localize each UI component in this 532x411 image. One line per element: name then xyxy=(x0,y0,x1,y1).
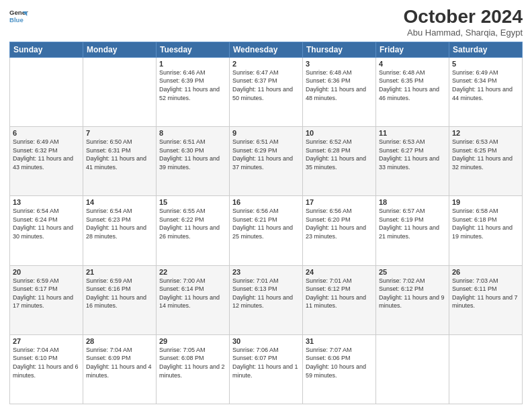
day-number: 19 xyxy=(452,198,519,206)
table-row: 30 Sunrise: 7:06 AMSunset: 6:07 PMDaylig… xyxy=(230,334,303,404)
col-saturday: Saturday xyxy=(449,42,523,57)
table-row: 21 Sunrise: 6:59 AMSunset: 6:16 PMDaylig… xyxy=(83,265,157,334)
title-block: October 2024 Abu Hammad, Sharqia, Egypt xyxy=(404,7,523,38)
page: General Blue October 2024 Abu Hammad, Sh… xyxy=(0,0,532,411)
day-number: 9 xyxy=(232,129,300,137)
table-row: 22 Sunrise: 7:00 AMSunset: 6:14 PMDaylig… xyxy=(157,265,230,334)
day-number: 31 xyxy=(306,337,373,345)
table-row: 16 Sunrise: 6:56 AMSunset: 6:21 PMDaylig… xyxy=(230,196,303,265)
table-row: 15 Sunrise: 6:55 AMSunset: 6:22 PMDaylig… xyxy=(157,196,230,265)
day-number: 20 xyxy=(13,268,80,276)
day-info: Sunrise: 7:05 AMSunset: 6:08 PMDaylight:… xyxy=(159,346,226,379)
day-info: Sunrise: 6:55 AMSunset: 6:22 PMDaylight:… xyxy=(159,207,226,240)
table-row: 28 Sunrise: 7:04 AMSunset: 6:09 PMDaylig… xyxy=(83,334,157,404)
day-number: 6 xyxy=(13,129,80,137)
day-number: 11 xyxy=(379,129,446,137)
day-info: Sunrise: 6:59 AMSunset: 6:17 PMDaylight:… xyxy=(13,277,80,310)
day-info: Sunrise: 6:48 AMSunset: 6:36 PMDaylight:… xyxy=(306,68,373,102)
col-wednesday: Wednesday xyxy=(230,42,303,57)
week-row-3: 13 Sunrise: 6:54 AMSunset: 6:24 PMDaylig… xyxy=(10,196,523,265)
day-info: Sunrise: 6:59 AMSunset: 6:16 PMDaylight:… xyxy=(86,277,153,310)
table-row: 10 Sunrise: 6:52 AMSunset: 6:28 PMDaylig… xyxy=(303,127,376,196)
day-number: 10 xyxy=(306,129,373,137)
day-info: Sunrise: 6:48 AMSunset: 6:35 PMDaylight:… xyxy=(379,68,446,102)
table-row: 1 Sunrise: 6:46 AMSunset: 6:39 PMDayligh… xyxy=(157,57,230,126)
day-number: 16 xyxy=(232,198,300,206)
subtitle: Abu Hammad, Sharqia, Egypt xyxy=(404,28,523,38)
week-row-4: 20 Sunrise: 6:59 AMSunset: 6:17 PMDaylig… xyxy=(10,265,523,334)
day-info: Sunrise: 6:49 AMSunset: 6:32 PMDaylight:… xyxy=(13,138,80,171)
day-number: 22 xyxy=(159,268,226,276)
day-info: Sunrise: 6:49 AMSunset: 6:34 PMDaylight:… xyxy=(452,68,519,102)
day-number: 27 xyxy=(13,337,80,345)
table-row: 13 Sunrise: 6:54 AMSunset: 6:24 PMDaylig… xyxy=(10,196,83,265)
table-row: 29 Sunrise: 7:05 AMSunset: 6:08 PMDaylig… xyxy=(157,334,230,404)
day-info: Sunrise: 6:57 AMSunset: 6:19 PMDaylight:… xyxy=(379,207,446,240)
table-row: 26 Sunrise: 7:03 AMSunset: 6:11 PMDaylig… xyxy=(449,265,523,334)
day-number: 3 xyxy=(306,60,373,68)
day-info: Sunrise: 6:54 AMSunset: 6:23 PMDaylight:… xyxy=(86,207,153,240)
day-info: Sunrise: 6:51 AMSunset: 6:29 PMDaylight:… xyxy=(232,138,300,171)
day-info: Sunrise: 7:02 AMSunset: 6:12 PMDaylight:… xyxy=(379,277,446,310)
week-row-5: 27 Sunrise: 7:04 AMSunset: 6:10 PMDaylig… xyxy=(10,334,523,404)
day-number: 1 xyxy=(159,60,226,68)
logo-icon: General Blue xyxy=(9,7,28,26)
week-row-1: 1 Sunrise: 6:46 AMSunset: 6:39 PMDayligh… xyxy=(10,57,523,126)
day-info: Sunrise: 7:00 AMSunset: 6:14 PMDaylight:… xyxy=(159,277,226,310)
day-number: 12 xyxy=(452,129,519,137)
day-info: Sunrise: 6:58 AMSunset: 6:18 PMDaylight:… xyxy=(452,207,519,240)
calendar-table: Sunday Monday Tuesday Wednesday Thursday… xyxy=(9,42,523,404)
table-row: 4 Sunrise: 6:48 AMSunset: 6:35 PMDayligh… xyxy=(376,57,449,126)
table-row: 18 Sunrise: 6:57 AMSunset: 6:19 PMDaylig… xyxy=(376,196,449,265)
day-info: Sunrise: 7:06 AMSunset: 6:07 PMDaylight:… xyxy=(232,346,300,379)
table-row: 14 Sunrise: 6:54 AMSunset: 6:23 PMDaylig… xyxy=(83,196,157,265)
day-info: Sunrise: 6:52 AMSunset: 6:28 PMDaylight:… xyxy=(306,138,373,171)
day-number: 18 xyxy=(379,198,446,206)
col-friday: Friday xyxy=(376,42,449,57)
table-row: 25 Sunrise: 7:02 AMSunset: 6:12 PMDaylig… xyxy=(376,265,449,334)
table-row: 5 Sunrise: 6:49 AMSunset: 6:34 PMDayligh… xyxy=(449,57,523,126)
day-info: Sunrise: 6:56 AMSunset: 6:21 PMDaylight:… xyxy=(232,207,300,240)
day-number: 30 xyxy=(232,337,300,345)
table-row: 3 Sunrise: 6:48 AMSunset: 6:36 PMDayligh… xyxy=(303,57,376,126)
day-info: Sunrise: 7:07 AMSunset: 6:06 PMDaylight:… xyxy=(306,346,373,379)
day-info: Sunrise: 6:54 AMSunset: 6:24 PMDaylight:… xyxy=(13,207,80,240)
day-number: 25 xyxy=(379,268,446,276)
table-row: 12 Sunrise: 6:53 AMSunset: 6:25 PMDaylig… xyxy=(449,127,523,196)
day-number: 26 xyxy=(452,268,519,276)
table-row: 24 Sunrise: 7:01 AMSunset: 6:12 PMDaylig… xyxy=(303,265,376,334)
day-number: 14 xyxy=(86,198,153,206)
day-info: Sunrise: 7:01 AMSunset: 6:13 PMDaylight:… xyxy=(232,277,300,310)
table-row: 31 Sunrise: 7:07 AMSunset: 6:06 PMDaylig… xyxy=(303,334,376,404)
day-number: 4 xyxy=(379,60,446,68)
header: General Blue October 2024 Abu Hammad, Sh… xyxy=(9,7,523,38)
table-row: 27 Sunrise: 7:04 AMSunset: 6:10 PMDaylig… xyxy=(10,334,83,404)
day-info: Sunrise: 7:04 AMSunset: 6:10 PMDaylight:… xyxy=(13,346,80,379)
table-row: 23 Sunrise: 7:01 AMSunset: 6:13 PMDaylig… xyxy=(230,265,303,334)
day-info: Sunrise: 7:01 AMSunset: 6:12 PMDaylight:… xyxy=(306,277,373,310)
table-row: 2 Sunrise: 6:47 AMSunset: 6:37 PMDayligh… xyxy=(230,57,303,126)
day-info: Sunrise: 6:56 AMSunset: 6:20 PMDaylight:… xyxy=(306,207,373,240)
table-row: 20 Sunrise: 6:59 AMSunset: 6:17 PMDaylig… xyxy=(10,265,83,334)
table-row xyxy=(449,334,523,404)
day-info: Sunrise: 6:47 AMSunset: 6:37 PMDaylight:… xyxy=(232,68,300,102)
table-row: 17 Sunrise: 6:56 AMSunset: 6:20 PMDaylig… xyxy=(303,196,376,265)
col-tuesday: Tuesday xyxy=(157,42,230,57)
day-info: Sunrise: 6:51 AMSunset: 6:30 PMDaylight:… xyxy=(159,138,226,171)
week-row-2: 6 Sunrise: 6:49 AMSunset: 6:32 PMDayligh… xyxy=(10,127,523,196)
day-number: 17 xyxy=(306,198,373,206)
table-row: 9 Sunrise: 6:51 AMSunset: 6:29 PMDayligh… xyxy=(230,127,303,196)
col-sunday: Sunday xyxy=(10,42,83,57)
col-thursday: Thursday xyxy=(303,42,376,57)
table-row: 8 Sunrise: 6:51 AMSunset: 6:30 PMDayligh… xyxy=(157,127,230,196)
day-info: Sunrise: 6:53 AMSunset: 6:25 PMDaylight:… xyxy=(452,138,519,171)
day-number: 21 xyxy=(86,268,153,276)
day-number: 8 xyxy=(159,129,226,137)
svg-text:Blue: Blue xyxy=(9,16,24,24)
day-info: Sunrise: 6:46 AMSunset: 6:39 PMDaylight:… xyxy=(159,68,226,102)
day-info: Sunrise: 6:50 AMSunset: 6:31 PMDaylight:… xyxy=(86,138,153,171)
day-number: 2 xyxy=(232,60,300,68)
day-number: 15 xyxy=(159,198,226,206)
table-row: 6 Sunrise: 6:49 AMSunset: 6:32 PMDayligh… xyxy=(10,127,83,196)
logo: General Blue xyxy=(9,7,28,26)
